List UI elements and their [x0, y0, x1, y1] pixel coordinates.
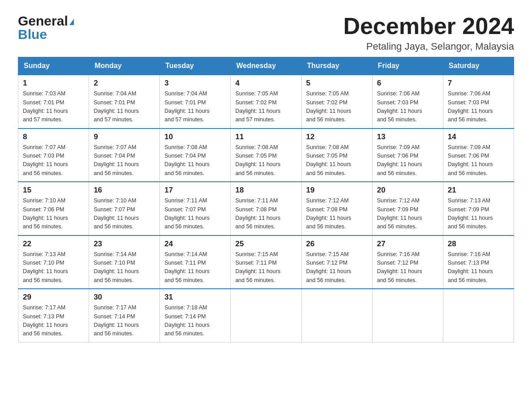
- calendar-cell: 9Sunrise: 7:07 AMSunset: 7:04 PMDaylight…: [89, 128, 160, 182]
- calendar-cell: 26Sunrise: 7:15 AMSunset: 7:12 PMDayligh…: [301, 235, 372, 289]
- calendar-cell: 5Sunrise: 7:05 AMSunset: 7:02 PMDaylight…: [301, 75, 372, 128]
- day-info: Sunrise: 7:08 AMSunset: 7:04 PMDaylight:…: [164, 143, 226, 178]
- calendar-header-thursday: Thursday: [301, 57, 372, 75]
- logo: General Blue: [18, 13, 74, 42]
- day-number: 29: [23, 293, 84, 302]
- calendar-cell: 23Sunrise: 7:14 AMSunset: 7:10 PMDayligh…: [89, 235, 160, 289]
- day-number: 3: [164, 79, 226, 88]
- calendar-cell: 7Sunrise: 7:06 AMSunset: 7:03 PMDaylight…: [443, 75, 514, 128]
- day-info: Sunrise: 7:09 AMSunset: 7:06 PMDaylight:…: [377, 143, 438, 178]
- day-number: 11: [235, 133, 296, 141]
- calendar-header-friday: Friday: [372, 57, 443, 75]
- calendar-header-monday: Monday: [89, 57, 160, 75]
- day-info: Sunrise: 7:16 AMSunset: 7:12 PMDaylight:…: [377, 250, 438, 285]
- calendar-cell: 1Sunrise: 7:03 AMSunset: 7:01 PMDaylight…: [18, 75, 89, 128]
- calendar-cell: 13Sunrise: 7:09 AMSunset: 7:06 PMDayligh…: [372, 128, 443, 182]
- day-number: 10: [164, 133, 226, 141]
- calendar-week-row: 8Sunrise: 7:07 AMSunset: 7:03 PMDaylight…: [18, 128, 514, 182]
- calendar-week-row: 22Sunrise: 7:13 AMSunset: 7:10 PMDayligh…: [18, 235, 514, 289]
- day-number: 7: [448, 79, 509, 88]
- page-header: General Blue December 2024 Petaling Jaya…: [18, 13, 514, 52]
- day-info: Sunrise: 7:14 AMSunset: 7:11 PMDaylight:…: [164, 250, 226, 285]
- day-info: Sunrise: 7:13 AMSunset: 7:09 PMDaylight:…: [448, 197, 509, 231]
- calendar-header-row: SundayMondayTuesdayWednesdayThursdayFrid…: [18, 57, 514, 75]
- day-number: 27: [377, 240, 438, 248]
- day-number: 1: [23, 79, 84, 88]
- calendar-cell: 14Sunrise: 7:09 AMSunset: 7:06 PMDayligh…: [443, 128, 514, 182]
- day-number: 8: [23, 133, 84, 141]
- calendar-week-row: 29Sunrise: 7:17 AMSunset: 7:13 PMDayligh…: [18, 289, 514, 342]
- day-info: Sunrise: 7:10 AMSunset: 7:06 PMDaylight:…: [23, 197, 84, 231]
- day-number: 4: [235, 79, 296, 88]
- calendar-week-row: 15Sunrise: 7:10 AMSunset: 7:06 PMDayligh…: [18, 182, 514, 235]
- calendar-header-saturday: Saturday: [443, 57, 514, 75]
- calendar-cell: 30Sunrise: 7:17 AMSunset: 7:14 PMDayligh…: [89, 289, 160, 342]
- day-info: Sunrise: 7:13 AMSunset: 7:10 PMDaylight:…: [23, 250, 84, 285]
- day-info: Sunrise: 7:04 AMSunset: 7:01 PMDaylight:…: [94, 90, 155, 124]
- calendar-cell: 15Sunrise: 7:10 AMSunset: 7:06 PMDayligh…: [18, 182, 89, 235]
- calendar-header-wednesday: Wednesday: [231, 57, 301, 75]
- calendar-cell: [372, 289, 443, 342]
- calendar-header-tuesday: Tuesday: [160, 57, 231, 75]
- calendar-cell: [231, 289, 301, 342]
- calendar-cell: 31Sunrise: 7:18 AMSunset: 7:14 PMDayligh…: [160, 289, 231, 342]
- day-number: 5: [306, 79, 368, 88]
- day-number: 25: [235, 240, 296, 248]
- day-info: Sunrise: 7:15 AMSunset: 7:11 PMDaylight:…: [235, 250, 296, 285]
- day-info: Sunrise: 7:05 AMSunset: 7:02 PMDaylight:…: [306, 90, 368, 124]
- day-number: 19: [306, 186, 368, 195]
- calendar-cell: 22Sunrise: 7:13 AMSunset: 7:10 PMDayligh…: [18, 235, 89, 289]
- calendar-cell: 20Sunrise: 7:12 AMSunset: 7:09 PMDayligh…: [372, 182, 443, 235]
- day-info: Sunrise: 7:04 AMSunset: 7:01 PMDaylight:…: [164, 90, 226, 124]
- day-info: Sunrise: 7:11 AMSunset: 7:08 PMDaylight:…: [235, 197, 296, 231]
- day-number: 23: [94, 240, 155, 248]
- month-title: December 2024: [343, 13, 514, 39]
- day-info: Sunrise: 7:11 AMSunset: 7:07 PMDaylight:…: [164, 197, 226, 231]
- calendar-cell: 10Sunrise: 7:08 AMSunset: 7:04 PMDayligh…: [160, 128, 231, 182]
- day-info: Sunrise: 7:16 AMSunset: 7:13 PMDaylight:…: [448, 250, 509, 285]
- calendar-cell: 12Sunrise: 7:08 AMSunset: 7:05 PMDayligh…: [301, 128, 372, 182]
- calendar-cell: 2Sunrise: 7:04 AMSunset: 7:01 PMDaylight…: [89, 75, 160, 128]
- calendar-cell: 3Sunrise: 7:04 AMSunset: 7:01 PMDaylight…: [160, 75, 231, 128]
- day-number: 22: [23, 240, 84, 248]
- day-number: 6: [377, 79, 438, 88]
- calendar-cell: [301, 289, 372, 342]
- logo-blue: Blue: [18, 27, 47, 42]
- day-info: Sunrise: 7:08 AMSunset: 7:05 PMDaylight:…: [306, 143, 368, 178]
- location-title: Petaling Jaya, Selangor, Malaysia: [343, 41, 514, 52]
- calendar-cell: 17Sunrise: 7:11 AMSunset: 7:07 PMDayligh…: [160, 182, 231, 235]
- day-number: 24: [164, 240, 226, 248]
- day-info: Sunrise: 7:12 AMSunset: 7:09 PMDaylight:…: [377, 197, 438, 231]
- title-block: December 2024 Petaling Jaya, Selangor, M…: [343, 13, 514, 52]
- calendar-cell: 27Sunrise: 7:16 AMSunset: 7:12 PMDayligh…: [372, 235, 443, 289]
- day-info: Sunrise: 7:09 AMSunset: 7:06 PMDaylight:…: [448, 143, 509, 178]
- calendar-cell: 16Sunrise: 7:10 AMSunset: 7:07 PMDayligh…: [89, 182, 160, 235]
- day-number: 14: [448, 133, 509, 141]
- calendar-cell: 6Sunrise: 7:06 AMSunset: 7:03 PMDaylight…: [372, 75, 443, 128]
- calendar-cell: 11Sunrise: 7:08 AMSunset: 7:05 PMDayligh…: [231, 128, 301, 182]
- day-number: 21: [448, 186, 509, 195]
- day-number: 15: [23, 186, 84, 195]
- day-info: Sunrise: 7:03 AMSunset: 7:01 PMDaylight:…: [23, 90, 84, 124]
- calendar-cell: 28Sunrise: 7:16 AMSunset: 7:13 PMDayligh…: [443, 235, 514, 289]
- calendar-cell: 25Sunrise: 7:15 AMSunset: 7:11 PMDayligh…: [231, 235, 301, 289]
- day-number: 30: [94, 293, 155, 302]
- day-info: Sunrise: 7:15 AMSunset: 7:12 PMDaylight:…: [306, 250, 368, 285]
- day-info: Sunrise: 7:07 AMSunset: 7:04 PMDaylight:…: [94, 143, 155, 178]
- day-number: 12: [306, 133, 368, 141]
- day-number: 2: [94, 79, 155, 88]
- day-number: 20: [377, 186, 438, 195]
- logo-general: General: [18, 13, 68, 29]
- day-number: 28: [448, 240, 509, 248]
- day-info: Sunrise: 7:17 AMSunset: 7:13 PMDaylight:…: [23, 304, 84, 338]
- logo-triangle-icon: [69, 19, 74, 25]
- day-info: Sunrise: 7:14 AMSunset: 7:10 PMDaylight:…: [94, 250, 155, 285]
- calendar-cell: 8Sunrise: 7:07 AMSunset: 7:03 PMDaylight…: [18, 128, 89, 182]
- day-info: Sunrise: 7:08 AMSunset: 7:05 PMDaylight:…: [235, 143, 296, 178]
- calendar-cell: 29Sunrise: 7:17 AMSunset: 7:13 PMDayligh…: [18, 289, 89, 342]
- day-info: Sunrise: 7:12 AMSunset: 7:08 PMDaylight:…: [306, 197, 368, 231]
- day-info: Sunrise: 7:06 AMSunset: 7:03 PMDaylight:…: [377, 90, 438, 124]
- day-info: Sunrise: 7:17 AMSunset: 7:14 PMDaylight:…: [94, 304, 155, 338]
- calendar-cell: 18Sunrise: 7:11 AMSunset: 7:08 PMDayligh…: [231, 182, 301, 235]
- calendar-cell: [443, 289, 514, 342]
